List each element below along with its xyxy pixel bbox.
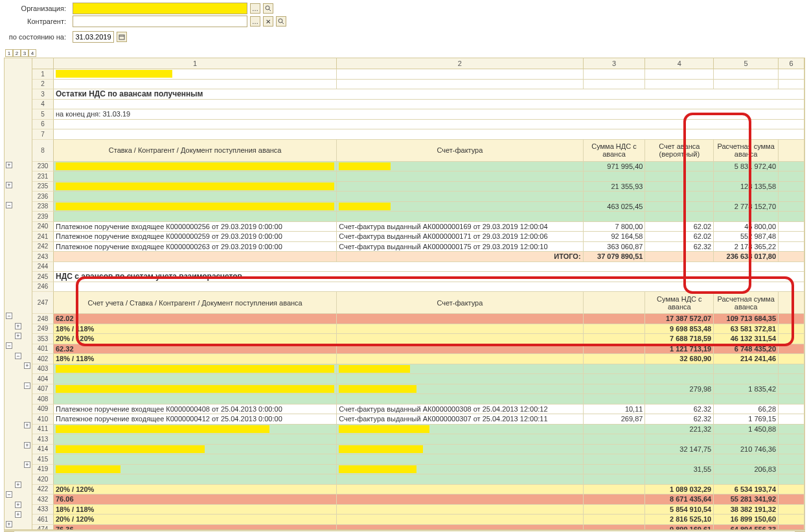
table-row[interactable]: 239 (32, 212, 804, 222)
row-number[interactable]: 1 (32, 69, 54, 80)
row-number[interactable]: 415 (32, 454, 54, 465)
row-number[interactable]: 7 (32, 129, 54, 140)
table-row[interactable]: 5на конец дня: 31.03.19 (32, 109, 804, 120)
table-row[interactable]: 420 (32, 474, 804, 485)
outline-level-2[interactable]: 2 (13, 49, 21, 57)
outline-level-3[interactable]: 3 (21, 49, 28, 57)
row-number[interactable]: 410 (32, 414, 54, 425)
expand-icon[interactable]: + (6, 521, 12, 527)
expand-icon[interactable]: + (24, 422, 30, 428)
row-number[interactable]: 402 (32, 354, 54, 364)
row-number[interactable]: 409 (32, 405, 54, 415)
table-row[interactable]: 41432 147,75210 746,36 (32, 445, 804, 455)
row-number[interactable]: 249 (32, 324, 54, 335)
row-number[interactable]: 461 (32, 515, 54, 525)
outline-level-4[interactable]: 4 (28, 49, 36, 57)
row-number[interactable]: 433 (32, 505, 54, 515)
row-number[interactable]: 242 (32, 242, 54, 252)
calendar-icon[interactable] (117, 32, 127, 42)
collapse-icon[interactable]: − (24, 382, 30, 389)
row-number[interactable]: 407 (32, 384, 54, 395)
table-row[interactable]: 409Платежное поручение входящее К0000000… (32, 405, 804, 415)
table-row[interactable]: 241Платежное поручение входящее К0000000… (32, 232, 804, 242)
table-row[interactable]: 408 (32, 394, 804, 405)
outline-level-1[interactable]: 1 (5, 49, 13, 57)
table-row[interactable]: 231 (32, 172, 804, 182)
row-number[interactable]: 244 (32, 262, 54, 272)
table-row[interactable]: 42220% / 120%1 089 032,296 534 193,74 (32, 485, 804, 495)
table-row[interactable]: 410Платежное поручение входящее К0000000… (32, 414, 804, 425)
table-row[interactable]: 23521 355,93128 135,58 (32, 182, 804, 192)
expand-icon[interactable]: + (24, 442, 30, 449)
table-row[interactable]: 43276.068 671 435,6455 281 341,92 (32, 494, 804, 505)
row-number[interactable]: 8 (32, 140, 54, 162)
expand-icon[interactable]: + (24, 362, 30, 369)
collapse-icon[interactable]: − (15, 353, 21, 359)
org-ellipsis-icon[interactable]: … (250, 3, 260, 14)
table-row[interactable]: 230971 995,405 831 972,40 (32, 162, 804, 172)
col-header-6[interactable]: 6 (779, 58, 804, 69)
table-row[interactable]: 240Платежное поручение входящее К0000000… (32, 222, 804, 232)
row-number[interactable]: 353 (32, 334, 54, 344)
date-input[interactable] (73, 31, 114, 43)
table-row[interactable]: 24918% / 118%9 698 853,4863 581 372,81 (32, 324, 804, 335)
expand-icon[interactable]: + (15, 482, 21, 488)
table-row[interactable]: 243ИТОГО:37 079 890,51236 638 017,80 (32, 252, 804, 262)
expand-icon[interactable]: + (15, 502, 21, 508)
row-number[interactable]: 474 (32, 525, 54, 530)
table-row[interactable]: 413 (32, 434, 804, 445)
table-row[interactable]: 236 (32, 192, 804, 202)
table-row[interactable]: 245НДС с авансов по счетам учета взаимор… (32, 272, 804, 282)
row-number[interactable]: 240 (32, 222, 54, 232)
row-number[interactable]: 243 (32, 252, 54, 262)
row-number[interactable]: 403 (32, 364, 54, 375)
row-number[interactable]: 236 (32, 192, 54, 202)
table-row[interactable]: 47476.369 899 169,6164 894 556,33 (32, 525, 804, 530)
row-number[interactable]: 245 (32, 272, 54, 282)
table-row[interactable]: 8Ставка / Контрагент / Документ поступле… (32, 140, 804, 162)
expand-icon[interactable]: + (24, 461, 30, 468)
row-number[interactable]: 413 (32, 434, 54, 445)
contr-ellipsis-icon[interactable]: … (250, 16, 260, 27)
col-header-2[interactable]: 2 (337, 58, 583, 69)
row-number[interactable]: 3 (32, 89, 54, 100)
row-number[interactable]: 420 (32, 474, 54, 485)
col-header-1[interactable]: 1 (54, 58, 337, 69)
row-number[interactable]: 419 (32, 465, 54, 475)
contr-search-icon[interactable] (276, 16, 286, 27)
row-number[interactable]: 422 (32, 485, 54, 495)
collapse-icon[interactable]: − (6, 202, 12, 208)
row-number[interactable]: 2 (32, 80, 54, 90)
col-header-5[interactable]: 5 (714, 58, 779, 69)
row-number[interactable]: 4 (32, 100, 54, 110)
table-row[interactable]: 7 (32, 129, 804, 140)
org-search-icon[interactable] (263, 3, 273, 14)
row-number[interactable]: 404 (32, 374, 54, 384)
row-number[interactable]: 411 (32, 425, 54, 435)
row-number[interactable]: 238 (32, 202, 54, 212)
row-number[interactable]: 241 (32, 232, 54, 242)
table-row[interactable]: 41931,55206,83 (32, 465, 804, 475)
contr-clear-icon[interactable]: ✕ (263, 16, 273, 27)
collapse-icon[interactable]: − (6, 342, 12, 349)
row-number[interactable]: 432 (32, 494, 54, 505)
row-number[interactable]: 414 (32, 445, 54, 455)
row-number[interactable]: 230 (32, 162, 54, 172)
table-row[interactable]: 244 (32, 262, 804, 272)
table-row[interactable]: 246 (32, 282, 804, 293)
row-number[interactable]: 408 (32, 394, 54, 405)
table-row[interactable]: 411221,321 450,88 (32, 425, 804, 435)
org-input[interactable] (73, 3, 247, 14)
col-header-3[interactable]: 3 (584, 58, 646, 69)
expand-icon[interactable]: + (6, 162, 12, 168)
table-row[interactable]: 3Остатки НДС по авансам полученным (32, 89, 804, 100)
table-row[interactable]: 415 (32, 454, 804, 465)
row-number[interactable]: 239 (32, 212, 54, 222)
table-row[interactable]: 407279,981 835,42 (32, 384, 804, 395)
row-number[interactable]: 247 (32, 292, 54, 314)
table-row[interactable]: 242Платежное поручение входящее К0000000… (32, 242, 804, 252)
row-number[interactable]: 231 (32, 172, 54, 182)
table-row[interactable]: 238463 025,452 778 152,70 (32, 202, 804, 212)
table-row[interactable]: 4 (32, 100, 804, 110)
expand-icon[interactable]: + (6, 182, 12, 188)
